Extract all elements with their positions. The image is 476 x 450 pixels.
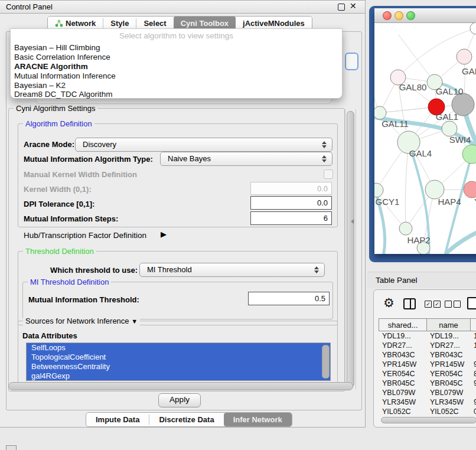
tab-discretize-data[interactable]: Discretize Data xyxy=(149,413,223,426)
node-label: GCY1 xyxy=(376,197,400,207)
split-columns-icon[interactable] xyxy=(403,298,416,309)
cell: YER054C xyxy=(382,370,415,378)
node[interactable] xyxy=(457,49,472,64)
algorithm-option[interactable]: Dream8 DC_TDC Algorithm xyxy=(14,90,113,99)
hub-expand-arrow-icon[interactable]: ▶ xyxy=(161,230,167,239)
node[interactable] xyxy=(374,183,383,197)
cell: YPR145W xyxy=(382,360,416,369)
algorithm-option[interactable]: Basic Correlation Inference xyxy=(14,53,110,61)
table-hscrollbar-thumb[interactable] xyxy=(381,417,476,423)
node-label: GAL10 xyxy=(436,86,464,96)
combo-value: Naive Bayes xyxy=(168,154,211,163)
mi-threshold-field[interactable]: 0.5 xyxy=(248,292,330,305)
stepper-icon xyxy=(314,266,319,274)
cell: YPR145W xyxy=(430,360,464,369)
data-attributes-list[interactable]: SelfLoops TopologicalCoefficient Between… xyxy=(26,343,331,381)
kernel-width-field[interactable]: 0.0 xyxy=(250,182,332,195)
tab-label: Style xyxy=(110,19,129,28)
cell: 13 xyxy=(474,332,476,340)
group-title: Algorithm Definition xyxy=(23,119,94,128)
checked-box-icon[interactable]: ✓ xyxy=(425,301,432,308)
tab-label: Select xyxy=(144,19,166,28)
network-view-window: GAL GAL80 GAL10 GAL11 GAL1 SWI4 GAL4 GCY… xyxy=(369,6,476,262)
kernel-width-label: Kernel Width (0,1): xyxy=(24,185,92,194)
cell: YLR345W xyxy=(430,398,464,406)
mi-steps-label: Mutual Information Steps: xyxy=(24,214,118,223)
focused-button-partial[interactable] xyxy=(345,53,358,70)
cell: YDR27... xyxy=(382,341,412,350)
which-threshold-combo[interactable]: MI Threshold xyxy=(139,263,325,277)
node-label: GAL4 xyxy=(409,148,432,158)
cell: 9. xyxy=(474,379,476,387)
settings-hscrollbar-thumb[interactable] xyxy=(8,382,353,390)
control-panel-window: Control Panel ✕ Network Style Select Cyn… xyxy=(0,0,366,428)
stepper-icon xyxy=(322,141,327,149)
manual-kernel-checkbox[interactable] xyxy=(324,169,333,179)
network-view-inner: GAL GAL80 GAL10 GAL11 GAL1 SWI4 GAL4 GCY… xyxy=(374,8,476,254)
cell: YBR043C xyxy=(430,351,463,359)
network-window-titlebar xyxy=(374,8,476,23)
minimized-panel-icon[interactable] xyxy=(6,445,17,450)
tab-impute-data[interactable]: Impute Data xyxy=(86,413,149,426)
cell: 9. xyxy=(474,360,476,369)
combo-value: Discovery xyxy=(83,140,116,149)
minimize-traffic-light[interactable] xyxy=(395,11,403,20)
node-label: HAP4 xyxy=(438,197,461,207)
group-title: MI Threshold Definition xyxy=(28,278,111,286)
dpi-tolerance-field[interactable]: 0.0 xyxy=(250,196,332,210)
close-icon[interactable]: ✕ xyxy=(350,1,357,11)
column-header[interactable]: A xyxy=(470,318,476,331)
node[interactable] xyxy=(470,22,476,34)
cell: YLR345W xyxy=(382,398,416,406)
list-item[interactable]: BetweennessCentrality xyxy=(27,362,330,371)
list-item[interactable]: gal4RGexp xyxy=(27,371,330,381)
cell: YBR045C xyxy=(430,379,463,387)
algorithm-option[interactable]: Bayesian – Hill Climbing xyxy=(14,43,100,52)
cell: YBR045C xyxy=(382,379,415,387)
attributes-list-vscrollbar-thumb[interactable] xyxy=(322,345,330,379)
cell: 12 xyxy=(474,341,476,350)
mi-algorithm-type-combo[interactable]: Naive Bayes xyxy=(160,152,332,166)
table-panel-title: Table Panel xyxy=(376,276,418,285)
close-traffic-light[interactable] xyxy=(383,11,392,20)
combo-value: MI Threshold xyxy=(147,265,192,274)
checked-box-icon[interactable]: ✓ xyxy=(433,301,441,308)
float-window-icon[interactable] xyxy=(338,4,345,11)
table-panel-window: ⚙ ✓ ✓ shared... name A YDL19...YDL19...1… xyxy=(373,289,476,428)
unchecked-box-icon[interactable] xyxy=(445,301,452,308)
node[interactable] xyxy=(462,145,476,164)
list-item[interactable]: SelfLoops xyxy=(27,343,330,353)
unchecked-box-icon[interactable] xyxy=(454,301,461,308)
list-item[interactable]: TopologicalCoefficient xyxy=(27,353,330,362)
algorithm-option[interactable]: Bayesian – K2 xyxy=(14,81,66,90)
cell: YBR043C xyxy=(382,351,415,359)
column-header[interactable]: shared... xyxy=(379,318,427,331)
cell: YIL052C xyxy=(430,407,459,416)
cell: YDL19... xyxy=(382,332,411,340)
algorithm-dropdown-popup: Select algorithm to view settings Bayesi… xyxy=(10,28,343,99)
node[interactable] xyxy=(374,106,386,119)
cell: 0. xyxy=(474,407,476,416)
hub-section-label[interactable]: Hub/Transcription Factor Definition xyxy=(24,231,146,240)
settings-vscrollbar-thumb[interactable] xyxy=(347,111,354,387)
sources-collapse-arrow-icon[interactable]: ▼ xyxy=(131,318,138,325)
aracne-mode-combo[interactable]: Discovery xyxy=(75,138,332,152)
panel-divider-handle[interactable] xyxy=(351,219,354,224)
cell: YER054C xyxy=(430,370,463,378)
group-title: Cyni Algorithm Settings xyxy=(14,104,97,113)
apply-button[interactable]: Apply xyxy=(158,393,201,407)
column-header[interactable]: name xyxy=(426,318,471,331)
cell: YIL052C xyxy=(382,407,411,416)
zoom-traffic-light[interactable] xyxy=(406,11,415,20)
node[interactable] xyxy=(464,181,476,198)
tab-infer-network[interactable]: Infer Network xyxy=(224,413,292,426)
document-icon[interactable] xyxy=(467,297,476,309)
gear-icon[interactable]: ⚙ xyxy=(383,297,395,309)
table-panel-bar: Table Panel xyxy=(367,272,476,288)
mi-steps-field[interactable]: 6 xyxy=(250,211,332,225)
node[interactable] xyxy=(399,222,412,235)
algorithm-option[interactable]: Mutual Information Inference xyxy=(14,71,116,80)
algorithm-option-highlighted[interactable]: ARACNE Algorithm xyxy=(14,62,88,71)
network-canvas[interactable]: GAL GAL80 GAL10 GAL11 GAL1 SWI4 GAL4 GCY… xyxy=(374,22,476,254)
algorithm-dropdown-placeholder: Select algorithm to view settings xyxy=(11,31,342,40)
